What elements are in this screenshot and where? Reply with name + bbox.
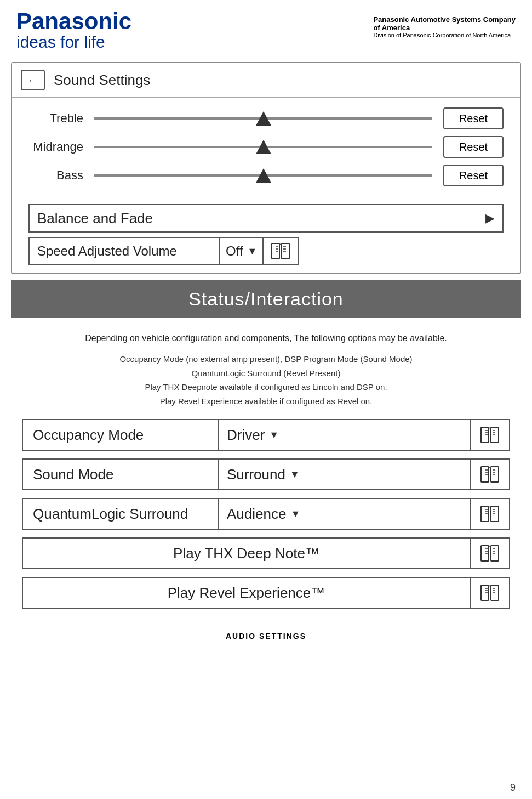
controls-section: Occupancy Mode Driver ▼ Sound Mode: [0, 413, 532, 627]
quantum-info-button[interactable]: [471, 498, 510, 530]
brand-logo: Panasonic ideas for life: [16, 10, 131, 51]
sav-dropdown-arrow-icon: ▼: [248, 246, 258, 257]
midrange-track: [94, 146, 432, 148]
thx-label: Play THX Deep Note™: [173, 545, 319, 562]
sav-label-box: Speed Adjusted Volume: [28, 237, 220, 265]
occupancy-dropdown[interactable]: Driver ▼: [219, 419, 471, 451]
desc-line4: Play Revel Experience available if confi…: [33, 394, 499, 409]
bass-track: [94, 174, 432, 177]
company-info: Panasonic Automotive Systems Company of …: [373, 10, 516, 38]
treble-track: [94, 117, 432, 120]
company-name: Panasonic Automotive Systems Company: [373, 15, 516, 24]
sav-label: Speed Adjusted Volume: [37, 243, 177, 259]
sav-value: Off: [226, 243, 243, 259]
sound-mode-dropdown-arrow-icon: ▼: [290, 469, 300, 480]
occupancy-value: Driver: [227, 427, 265, 444]
book-icon: [480, 505, 500, 523]
quantum-dropdown-arrow-icon: ▼: [290, 508, 300, 520]
eq-section: Treble Reset Midrange Reset Bass: [12, 98, 520, 199]
balance-fade-row: Balance and Fade ▶: [28, 204, 504, 233]
bass-thumb: [256, 168, 271, 183]
midrange-label: Midrange: [28, 140, 94, 154]
status-text: Status/Interaction: [188, 288, 344, 310]
midrange-slider[interactable]: [94, 137, 432, 157]
footer-text: AUDIO SETTINGS: [226, 632, 306, 641]
description-section: Depending on vehicle configuration and c…: [0, 318, 532, 413]
revel-row: Play Revel Experience™: [22, 577, 510, 609]
treble-reset-button[interactable]: Reset: [443, 107, 504, 129]
bass-reset-button[interactable]: Reset: [443, 165, 504, 186]
desc-line1: Occupancy Mode (no external amp present)…: [33, 352, 499, 366]
desc-main: Depending on vehicle configuration and c…: [33, 333, 499, 343]
book-icon: [480, 426, 500, 444]
sound-mode-info-button[interactable]: [471, 458, 510, 490]
occupancy-dropdown-arrow-icon: ▼: [269, 429, 279, 441]
sound-mode-value: Surround: [227, 466, 285, 483]
status-bar: Status/Interaction: [11, 280, 521, 318]
book-icon: [271, 242, 290, 260]
midrange-row: Midrange Reset: [28, 136, 504, 158]
balance-fade-button[interactable]: Balance and Fade ▶: [28, 204, 504, 233]
back-button[interactable]: ←: [21, 70, 45, 90]
bass-row: Bass Reset: [28, 165, 504, 186]
book-icon: [480, 466, 500, 483]
sound-settings-header: ← Sound Settings: [12, 63, 520, 98]
occupancy-label: Occupancy Mode: [33, 427, 144, 444]
page-number: 9: [510, 782, 516, 794]
brand-tagline: ideas for life: [16, 33, 131, 51]
desc-sub: Occupancy Mode (no external amp present)…: [33, 352, 499, 408]
quantum-row: QuantumLogic Surround Audience ▼: [22, 498, 510, 530]
treble-slider[interactable]: [94, 109, 432, 128]
sound-mode-label: Sound Mode: [33, 466, 113, 483]
desc-line3: Play THX Deepnote available if configure…: [33, 380, 499, 394]
brand-panasonic: Panasonic: [16, 10, 131, 33]
page-header: Panasonic ideas for life Panasonic Autom…: [0, 0, 532, 56]
company-line3: Division of Panasonic Corporation of Nor…: [373, 32, 516, 38]
midrange-thumb: [256, 140, 271, 154]
revel-label: Play Revel Experience™: [168, 585, 325, 602]
treble-label: Treble: [28, 111, 94, 126]
sav-row: Speed Adjusted Volume Off ▼: [28, 237, 504, 265]
balance-fade-arrow-icon: ▶: [485, 211, 495, 225]
revel-info-button[interactable]: [471, 577, 510, 609]
sav-info-button[interactable]: [264, 237, 299, 265]
quantum-dropdown[interactable]: Audience ▼: [219, 498, 471, 530]
book-icon: [480, 584, 500, 602]
midrange-reset-button[interactable]: Reset: [443, 136, 504, 158]
bass-label: Bass: [28, 168, 94, 183]
quantum-label-box: QuantumLogic Surround: [22, 498, 219, 530]
sound-mode-row: Sound Mode Surround ▼: [22, 458, 510, 490]
back-icon: ←: [27, 74, 38, 87]
thx-button[interactable]: Play THX Deep Note™: [22, 537, 471, 569]
treble-row: Treble Reset: [28, 107, 504, 129]
sound-mode-dropdown[interactable]: Surround ▼: [219, 458, 471, 490]
sound-settings-title: Sound Settings: [54, 72, 150, 89]
book-icon: [480, 545, 500, 562]
revel-button[interactable]: Play Revel Experience™: [22, 577, 471, 609]
bass-slider[interactable]: [94, 166, 432, 185]
thx-info-button[interactable]: [471, 537, 510, 569]
sound-mode-label-box: Sound Mode: [22, 458, 219, 490]
sav-dropdown[interactable]: Off ▼: [220, 237, 264, 265]
company-line2: of America: [373, 24, 516, 32]
occupancy-label-box: Occupancy Mode: [22, 419, 219, 451]
occupancy-row: Occupancy Mode Driver ▼: [22, 419, 510, 451]
footer: AUDIO SETTINGS: [0, 627, 532, 645]
treble-thumb: [256, 111, 271, 126]
balance-fade-label: Balance and Fade: [37, 210, 153, 227]
occupancy-info-button[interactable]: [471, 419, 510, 451]
quantum-value: Audience: [227, 506, 286, 523]
main-panel: ← Sound Settings Treble Reset Midrange R…: [11, 62, 521, 274]
thx-row: Play THX Deep Note™: [22, 537, 510, 569]
quantum-label: QuantumLogic Surround: [33, 506, 188, 523]
desc-line2: QuantumLogic Surround (Revel Present): [33, 366, 499, 381]
